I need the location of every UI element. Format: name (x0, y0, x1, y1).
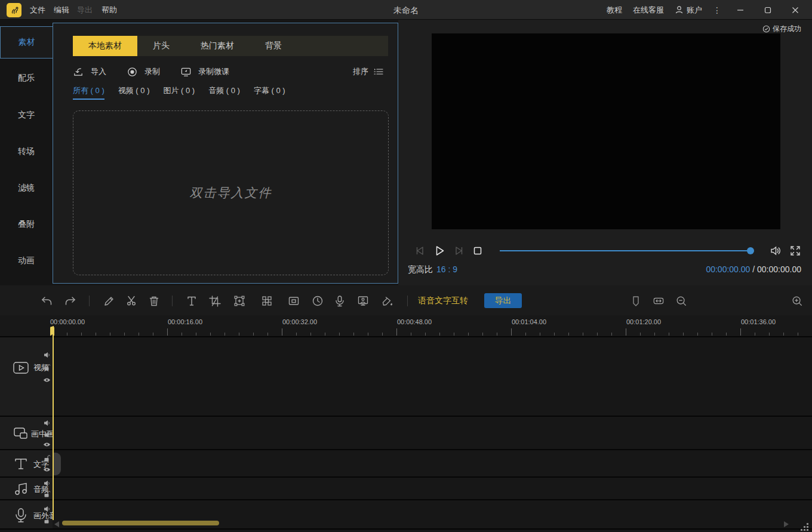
filter-subtitle[interactable]: 字幕 ( 0 ) (254, 85, 285, 100)
track-header-pip[interactable]: 画中画 (0, 417, 53, 449)
fill-color-button[interactable] (380, 293, 395, 309)
track-visibility-icon[interactable] (43, 465, 51, 473)
sidebar: 素材 配乐 文字 转场 滤镜 叠附 动画 (0, 20, 53, 285)
track-lock-icon[interactable] (43, 363, 51, 371)
menu-file[interactable]: 文件 (29, 0, 47, 20)
sidebar-item-filter[interactable]: 滤镜 (0, 172, 53, 204)
window-resize-grip[interactable] (801, 522, 809, 532)
tutorial-link[interactable]: 教程 (607, 5, 622, 16)
maximize-button[interactable] (759, 0, 776, 20)
media-filters: 所有 ( 0 ) 视频 ( 0 ) 图片 ( 0 ) 音频 ( 0 ) 字幕 (… (73, 85, 285, 100)
playhead[interactable] (53, 326, 54, 520)
track-header-audio[interactable]: 音频 (0, 478, 53, 499)
more-menu-icon[interactable]: ⋮ (713, 5, 721, 15)
record-icon (127, 66, 138, 78)
speech-text-convert-button[interactable]: 语音文字互转 (418, 296, 468, 306)
sort-list-icon (374, 67, 383, 76)
track-lane-pip[interactable] (53, 417, 812, 449)
filter-all[interactable]: 所有 ( 0 ) (73, 85, 104, 100)
import-button[interactable]: 导入 (73, 66, 106, 78)
delete-button[interactable] (146, 293, 162, 309)
record-button[interactable]: 录制 (127, 66, 160, 78)
stop-button[interactable] (469, 241, 487, 261)
horizontal-scrollbar[interactable] (62, 521, 219, 525)
scroll-left-arrow[interactable] (54, 521, 59, 527)
tab-background[interactable]: 背景 (250, 36, 297, 56)
track-header-video[interactable]: 视频 (0, 337, 53, 416)
online-support-link[interactable]: 在线客服 (633, 5, 664, 16)
filter-video[interactable]: 视频 ( 0 ) (118, 85, 150, 100)
voiceover-button[interactable] (332, 293, 347, 309)
track-lock-icon[interactable] (43, 490, 51, 497)
sidebar-item-media[interactable]: 素材 (0, 26, 53, 59)
sidebar-item-overlay[interactable]: 叠附 (0, 208, 53, 241)
voiceover-track-icon (12, 506, 30, 527)
timeline-ruler[interactable] (0, 315, 812, 336)
volume-button[interactable] (767, 241, 785, 261)
duration-button[interactable] (310, 293, 325, 309)
add-text-button[interactable] (184, 293, 199, 309)
previous-frame-button[interactable] (411, 241, 429, 261)
track-lane-audio[interactable] (53, 478, 812, 499)
zoom-clip-button[interactable] (232, 293, 247, 309)
crop-button[interactable] (207, 293, 223, 309)
timeline-zoom-out-button[interactable] (673, 293, 689, 309)
track-lock-icon[interactable] (43, 454, 51, 462)
aspect-ratio[interactable]: 宽高比16 : 9 (408, 265, 457, 275)
track-lock-icon[interactable] (43, 516, 51, 524)
redo-button[interactable] (63, 293, 78, 309)
track-visibility-icon[interactable] (43, 376, 51, 383)
account-link[interactable]: 账户 (675, 5, 702, 16)
record-lesson-icon (180, 66, 192, 78)
edit-clip-button[interactable] (102, 293, 117, 309)
timeline-zoom-in-button[interactable] (789, 293, 805, 309)
track-header-collapse-handle[interactable] (54, 453, 61, 475)
seek-slider-handle[interactable] (747, 247, 754, 254)
import-dropzone[interactable]: 双击导入文件 (73, 110, 389, 275)
next-frame-button[interactable] (450, 241, 467, 261)
undo-button[interactable] (39, 293, 54, 309)
track-volume-icon[interactable] (43, 350, 51, 358)
sidebar-item-transition[interactable]: 转场 (0, 136, 53, 168)
filter-image[interactable]: 图片 ( 0 ) (163, 85, 195, 100)
track-lane-text[interactable] (53, 450, 812, 476)
filter-audio[interactable]: 音频 ( 0 ) (208, 85, 240, 100)
presenter-button[interactable] (355, 293, 371, 309)
menu-export: 导出 (76, 0, 94, 20)
fullscreen-button[interactable] (786, 241, 804, 261)
titlebar: 文件 编辑 导出 帮助 未命名 教程 在线客服 账户 ⋮ (0, 0, 812, 20)
sidebar-item-text[interactable]: 文字 (0, 99, 53, 131)
track-volume-icon[interactable] (43, 479, 51, 487)
split-button[interactable] (124, 293, 140, 309)
track-volume-icon[interactable] (43, 419, 51, 426)
sidebar-item-animation[interactable]: 动画 (0, 245, 53, 277)
app-logo-bee-icon[interactable] (7, 3, 21, 17)
menu-help[interactable]: 帮助 (100, 0, 118, 20)
track-volume-icon[interactable] (43, 505, 51, 512)
menu-edit[interactable]: 编辑 (53, 0, 70, 20)
fit-timeline-button[interactable] (651, 293, 666, 309)
sort-button[interactable]: 排序 (353, 63, 383, 81)
tab-local-media[interactable]: 本地素材 (73, 36, 137, 56)
picture-in-picture-button[interactable] (286, 293, 302, 309)
track-lane-video[interactable] (53, 337, 812, 416)
media-tabs: 本地素材 片头 热门素材 背景 (73, 36, 388, 56)
sidebar-item-music[interactable]: 配乐 (0, 62, 53, 94)
scroll-right-arrow[interactable] (784, 521, 789, 527)
close-button[interactable] (787, 0, 804, 20)
record-lesson-button[interactable]: 录制微课 (180, 66, 229, 78)
tab-intro[interactable]: 片头 (137, 36, 185, 56)
track-header-text[interactable]: 文字 (0, 450, 53, 476)
mosaic-button[interactable] (259, 293, 275, 309)
marker-button[interactable] (628, 293, 644, 309)
tab-popular-media[interactable]: 热门素材 (185, 36, 250, 56)
track-lock-icon[interactable] (43, 429, 51, 437)
play-button[interactable] (430, 241, 448, 261)
minimize-button[interactable] (732, 0, 749, 20)
video-track-icon (12, 359, 30, 379)
seek-slider[interactable] (500, 250, 751, 251)
video-preview[interactable] (432, 33, 780, 229)
track-header-voiceover[interactable]: 画外音 (0, 500, 53, 528)
export-button[interactable]: 导出 (484, 293, 522, 308)
track-visibility-icon[interactable] (43, 440, 51, 448)
